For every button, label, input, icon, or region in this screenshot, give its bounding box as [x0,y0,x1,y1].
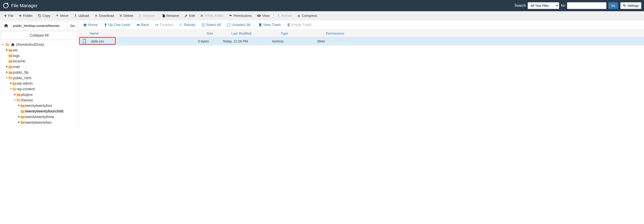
tree-item[interactable]: +mail [6,64,77,70]
col-permissions[interactable]: Permissions [325,31,644,35]
plus-icon [4,14,7,17]
folder-icon [8,60,12,63]
tree-label: twentytwentyfourchild [25,109,64,113]
tree-item[interactable]: +twentytwentytwo [18,120,77,125]
tree-item[interactable]: +etc [6,47,77,53]
tree-toggle[interactable]: + [18,120,20,125]
file-type: text/css [271,39,316,43]
tree-item[interactable]: +twentytwentyfour [18,103,77,109]
tree-toggle[interactable]: − [14,98,16,103]
edit-button[interactable]: Edit [182,11,198,20]
permissions-button[interactable]: Permissions [226,11,255,20]
arrow-up-icon [104,23,107,27]
nav-back[interactable]: Back [134,20,152,29]
tree-item[interactable]: −public_html+wp-admin−wp-content+plugins… [6,75,77,125]
tree-item[interactable]: +public_ftp [6,70,77,75]
tree-label: twentytwentyfour [25,104,52,108]
col-modified[interactable]: Last Modified [230,31,280,35]
html-editor-button[interactable]: HTML Editor [198,11,226,20]
path-input[interactable] [11,21,68,30]
search-go-button[interactable]: Go [608,2,618,9]
collapse-all-button[interactable]: Collapse All [1,31,78,40]
col-name[interactable]: Name [89,31,206,35]
tree-item[interactable]: +twentytwentythree [18,114,77,120]
file-nav: Home Up One Level Back Forward Reload Se… [79,20,644,30]
tree-item[interactable]: +twentytwentyfourchild [18,109,77,114]
tree-toggle[interactable]: + [6,47,8,53]
compress-icon [297,14,300,17]
arrow-left-icon [136,23,140,26]
download-icon [94,14,98,17]
rename-button[interactable]: Rename [160,11,182,20]
tree-toggle[interactable]: + [18,114,20,119]
nav-separator [254,22,255,28]
eye-icon [257,14,261,17]
tree-root[interactable]: − (/home/shu02ms) +etc+logs+lscache+mail… [1,42,77,125]
app-title: File Manager [11,3,38,8]
file-name: style.css [91,39,104,43]
extract-button[interactable]: Extract [274,11,295,20]
tree-label: lscache [13,59,25,63]
tree-toggle[interactable]: − [1,42,4,47]
file-row[interactable]: </> style.css 0 bytes Today, 12:25 PM te… [79,37,644,45]
nav-forward[interactable]: Forward [152,20,176,29]
tree-label: etc [13,48,18,52]
col-size[interactable]: Size [206,31,230,35]
folder-icon [8,71,12,74]
tree-item[interactable]: +lscache [6,58,77,64]
arrow-right-icon [155,23,158,26]
col-type[interactable]: Type [280,31,325,35]
search-input[interactable] [567,2,606,9]
edit-box-icon [200,14,204,17]
home-icon [11,43,15,46]
path-home-button[interactable] [1,21,11,30]
move-button[interactable]: Move [53,11,71,20]
tree-item[interactable]: −wp-content+plugins−themes+twentytwentyf… [10,86,77,125]
extract-icon [277,14,280,17]
download-button[interactable]: Download [92,11,117,20]
folder-open-icon [17,99,21,102]
view-button[interactable]: View [254,11,272,20]
folder-open-icon [12,88,17,91]
tree-toggle[interactable]: + [14,92,16,97]
new-folder-button[interactable]: Folder [16,11,35,20]
search-label: Search [514,3,526,8]
tree-item[interactable]: +wp-admin [10,81,77,86]
new-file-button[interactable]: File [1,11,16,20]
nav-select-all[interactable]: Select All [199,20,224,29]
delete-button[interactable]: Delete [117,11,136,20]
settings-button[interactable]: Settings [620,2,641,9]
tree-toggle[interactable]: + [10,81,12,86]
tree-toggle[interactable]: + [18,103,20,108]
code-file-icon: </> [80,39,89,44]
nav-unselect-all[interactable]: Unselect All [224,20,253,29]
file-panel: Home Up One Level Back Forward Reload Se… [79,20,644,127]
compress-button[interactable]: Compress [294,11,320,20]
check-square-icon [202,23,205,26]
nav-home[interactable]: Home [80,20,100,29]
nav-empty-trash[interactable]: Empty Trash [284,20,314,29]
nav-view-trash[interactable]: View Trash [256,20,284,29]
nav-up[interactable]: Up One Level [102,20,133,29]
tree-item[interactable]: −themes+twentytwentyfour+twentytwentyfou… [14,98,77,125]
restore-icon [138,14,142,17]
reload-icon [179,23,182,26]
tree-toggle[interactable]: + [6,70,8,75]
path-bar: Go [0,20,78,31]
upload-button[interactable]: Upload [71,11,92,20]
tree-toggle[interactable]: − [10,86,12,92]
tree-item[interactable]: +logs [6,53,77,59]
restore-button[interactable]: Restore [136,11,158,20]
tree-toggle[interactable]: − [6,75,8,81]
tree-label: wp-content [17,87,35,91]
path-go-button[interactable]: Go [68,21,78,30]
copy-button[interactable]: Copy [35,11,53,20]
cpanel-icon [3,2,9,9]
x-icon [120,14,122,17]
tree-item[interactable]: +plugins [14,92,77,98]
search-scope-select[interactable]: All Your Files [528,2,559,9]
file-modified: Today, 12:25 PM [222,39,271,43]
upload-icon [74,14,77,17]
tree-toggle[interactable]: + [6,64,8,69]
nav-reload[interactable]: Reload [177,20,198,29]
